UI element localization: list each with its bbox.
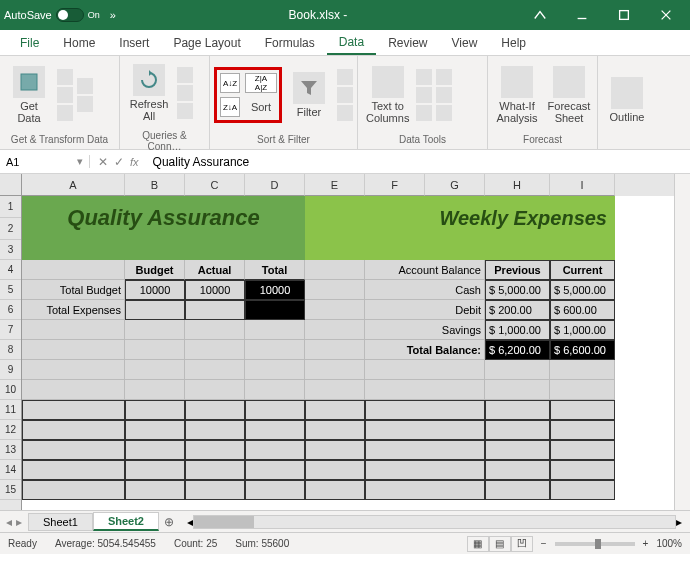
formula-input[interactable]: Quality Assurance	[147, 155, 690, 169]
fx-icon[interactable]: fx	[130, 156, 139, 168]
zoom-in-icon[interactable]: +	[643, 538, 649, 549]
cell[interactable]	[185, 300, 245, 320]
consolidate-icon[interactable]	[436, 69, 452, 85]
cell[interactable]	[185, 320, 245, 340]
cell[interactable]	[550, 460, 615, 480]
edit-links-icon[interactable]	[177, 103, 193, 119]
outline-button[interactable]: Outline	[602, 66, 652, 136]
cell[interactable]	[185, 480, 245, 500]
sheet-nav-next-icon[interactable]: ▸	[16, 515, 22, 529]
col-header[interactable]: F	[365, 174, 425, 196]
tab-file[interactable]: File	[8, 32, 51, 54]
cell[interactable]	[125, 440, 185, 460]
cell[interactable]	[125, 380, 185, 400]
cell[interactable]	[485, 460, 550, 480]
data-validation-icon[interactable]	[416, 105, 432, 121]
cell[interactable]	[485, 440, 550, 460]
row-header[interactable]: 8	[0, 340, 21, 360]
cell[interactable]	[125, 400, 185, 420]
cell[interactable]	[305, 340, 365, 360]
cell-h-actual[interactable]: Actual	[185, 260, 245, 280]
whatif-button[interactable]: What-If Analysis	[492, 60, 542, 130]
row-header[interactable]: 10	[0, 380, 21, 400]
cell-total-expenses[interactable]: Total Expenses	[22, 300, 125, 320]
horizontal-scrollbar[interactable]: ◂ ▸	[179, 515, 690, 529]
col-header[interactable]: C	[185, 174, 245, 196]
col-header[interactable]: A	[22, 174, 125, 196]
clear-filter-icon[interactable]	[337, 69, 353, 85]
cell[interactable]: $ 6,600.00	[550, 340, 615, 360]
view-page-layout-icon[interactable]: ▤	[489, 536, 511, 552]
row-header[interactable]: 7	[0, 320, 21, 340]
cell[interactable]	[550, 420, 615, 440]
cell[interactable]	[305, 240, 615, 260]
cell[interactable]	[365, 420, 485, 440]
cell[interactable]	[365, 360, 485, 380]
sort-label[interactable]: Sort	[245, 101, 277, 113]
cell[interactable]	[125, 460, 185, 480]
cell[interactable]	[305, 280, 365, 300]
cell[interactable]	[305, 260, 365, 280]
maximize-icon[interactable]	[604, 1, 644, 29]
cell[interactable]	[22, 320, 125, 340]
filter-button[interactable]: Filter	[284, 60, 334, 130]
view-normal-icon[interactable]: ▦	[467, 536, 489, 552]
cell[interactable]	[550, 440, 615, 460]
row-header[interactable]: 5	[0, 280, 21, 300]
cell[interactable]: $ 5,000.00	[550, 280, 615, 300]
enter-icon[interactable]: ✓	[114, 155, 124, 169]
scroll-right-icon[interactable]: ▸	[676, 515, 682, 529]
name-box[interactable]: A1▾	[0, 155, 90, 168]
cell[interactable]	[245, 300, 305, 320]
forecast-sheet-button[interactable]: Forecast Sheet	[544, 60, 594, 130]
cell[interactable]	[185, 380, 245, 400]
cell[interactable]	[550, 360, 615, 380]
queries-icon[interactable]	[177, 67, 193, 83]
cell[interactable]	[22, 440, 125, 460]
sheet-tab-2[interactable]: Sheet2	[93, 512, 159, 531]
cell[interactable]	[245, 320, 305, 340]
col-header[interactable]: E	[305, 174, 365, 196]
cell[interactable]: $ 600.00	[550, 300, 615, 320]
row-header[interactable]: 12	[0, 420, 21, 440]
row-header[interactable]: 9	[0, 360, 21, 380]
from-web-icon[interactable]	[57, 87, 73, 103]
cell[interactable]	[22, 480, 125, 500]
cell[interactable]	[485, 360, 550, 380]
cell[interactable]: $ 6,200.00	[485, 340, 550, 360]
tab-insert[interactable]: Insert	[107, 32, 161, 54]
cell[interactable]: 10000	[185, 280, 245, 300]
from-table-icon[interactable]	[57, 105, 73, 121]
cell[interactable]	[305, 420, 365, 440]
flash-fill-icon[interactable]	[416, 69, 432, 85]
col-header[interactable]: G	[425, 174, 485, 196]
cell[interactable]	[550, 480, 615, 500]
row-header[interactable]: 1	[0, 196, 21, 218]
cell-totalbal[interactable]: Total Balance:	[365, 340, 485, 360]
cell[interactable]	[22, 400, 125, 420]
refresh-all-button[interactable]: Refresh All	[124, 58, 174, 128]
cell[interactable]	[22, 460, 125, 480]
cell[interactable]	[125, 360, 185, 380]
from-text-icon[interactable]	[57, 69, 73, 85]
cell[interactable]	[305, 300, 365, 320]
cell[interactable]	[485, 480, 550, 500]
row-header[interactable]: 2	[0, 218, 21, 240]
cell[interactable]	[245, 440, 305, 460]
cell[interactable]	[22, 420, 125, 440]
cancel-icon[interactable]: ✕	[98, 155, 108, 169]
tab-help[interactable]: Help	[489, 32, 538, 54]
data-model-icon[interactable]	[436, 105, 452, 121]
minimize-icon[interactable]	[562, 1, 602, 29]
cell[interactable]	[305, 440, 365, 460]
col-header[interactable]: H	[485, 174, 550, 196]
cell[interactable]	[22, 380, 125, 400]
col-header[interactable]: I	[550, 174, 615, 196]
cell[interactable]	[305, 400, 365, 420]
cell-h-current[interactable]: Current	[550, 260, 615, 280]
cell[interactable]	[125, 320, 185, 340]
cell[interactable]: 10000	[125, 280, 185, 300]
tab-view[interactable]: View	[440, 32, 490, 54]
cell[interactable]: $ 200.00	[485, 300, 550, 320]
cell[interactable]	[185, 420, 245, 440]
